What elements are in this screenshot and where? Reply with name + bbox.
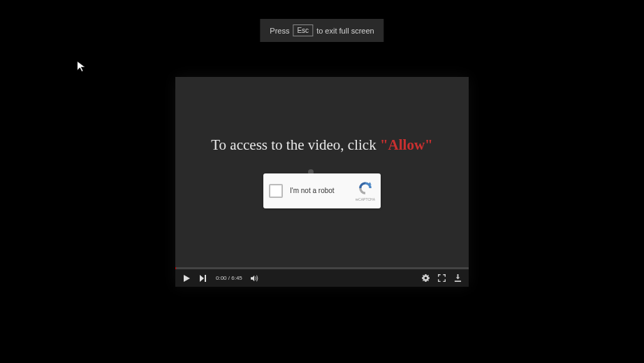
recaptcha-icon (358, 180, 373, 196)
video-player: To access to the video, click "Allow" I'… (175, 77, 469, 287)
fullscreen-button[interactable] (438, 274, 446, 282)
svg-marker-2 (200, 275, 204, 282)
download-button[interactable] (454, 274, 462, 282)
message-prefix: To access to the video, click (211, 136, 380, 153)
esc-suffix: to exit full screen (316, 27, 374, 35)
message-highlight: "Allow" (380, 136, 433, 153)
recaptcha-logo: reCAPTCHA (356, 180, 375, 201)
progress-bar[interactable] (175, 267, 469, 269)
svg-rect-3 (205, 275, 206, 282)
fullscreen-icon (438, 274, 446, 282)
volume-icon (251, 274, 259, 283)
video-overlay: To access to the video, click "Allow" I'… (175, 77, 469, 267)
access-message: To access to the video, click "Allow" (211, 136, 433, 154)
esc-key-badge: Esc (293, 24, 313, 36)
fullscreen-exit-notice: Press Esc to exit full screen (260, 19, 383, 42)
download-icon (454, 274, 462, 282)
esc-prefix: Press (270, 27, 289, 35)
next-button[interactable] (199, 274, 207, 283)
progress-played (175, 267, 176, 269)
recaptcha-label: I'm not a robot (290, 187, 356, 194)
mouse-cursor-icon (76, 59, 89, 77)
svg-marker-1 (184, 275, 190, 282)
play-button[interactable] (182, 274, 191, 283)
recaptcha-widget[interactable]: I'm not a robot reCAPTCHA (263, 173, 381, 208)
settings-button[interactable] (422, 274, 430, 282)
recaptcha-brand: reCAPTCHA (356, 197, 375, 201)
time-display: 0:00 / 6:45 (216, 275, 242, 281)
recaptcha-checkbox[interactable] (269, 184, 283, 198)
duration: 6:45 (231, 275, 242, 281)
video-controls: 0:00 / 6:45 (175, 269, 469, 287)
current-time: 0:00 (216, 275, 227, 281)
gear-icon (422, 274, 430, 282)
play-icon (182, 274, 191, 283)
next-icon (199, 274, 207, 283)
volume-button[interactable] (251, 274, 259, 283)
svg-marker-4 (251, 275, 254, 281)
